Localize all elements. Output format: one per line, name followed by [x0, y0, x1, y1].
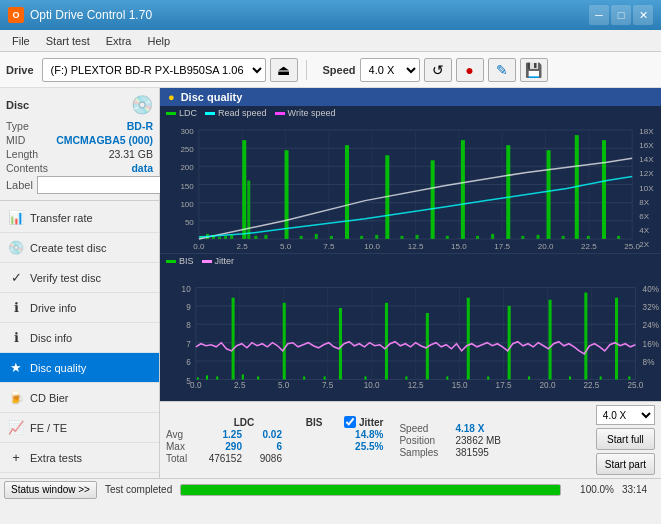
nav-fe-te[interactable]: 📈 FE / TE [0, 413, 159, 443]
svg-rect-136 [508, 306, 511, 380]
jitter-header-row: Jitter [344, 416, 383, 428]
write-speed-legend-label: Write speed [288, 108, 336, 118]
save-button[interactable]: 💾 [520, 58, 548, 82]
read-speed-legend-label: Read speed [218, 108, 267, 118]
nav-disc-quality[interactable]: ★ Disc quality [0, 353, 159, 383]
svg-text:0.0: 0.0 [190, 381, 202, 390]
bis-header: BIS [294, 417, 334, 428]
disc-length-row: Length 23.31 GB [6, 148, 153, 160]
svg-text:20.0: 20.0 [540, 381, 556, 390]
nav-cd-bier[interactable]: 🍺 CD Bier [0, 383, 159, 413]
drive-select[interactable]: (F:) PLEXTOR BD-R PX-LB950SA 1.06 [42, 58, 266, 82]
ldc-legend-color [166, 112, 176, 115]
svg-text:18X: 18X [639, 127, 654, 136]
fe-te-icon: 📈 [8, 420, 24, 436]
nav-transfer-rate[interactable]: 📊 Transfer rate [0, 203, 159, 233]
start-part-button[interactable]: Start part [596, 453, 655, 475]
svg-rect-58 [330, 236, 333, 239]
close-button[interactable]: ✕ [633, 5, 653, 25]
svg-rect-137 [528, 376, 530, 379]
speed-stat-label: Speed [399, 423, 451, 434]
sidebar: Disc 💿 Type BD-R MID CMCMAGBA5 (000) Len… [0, 88, 160, 478]
svg-rect-130 [385, 303, 388, 380]
svg-text:100: 100 [180, 200, 194, 209]
drive-info-icon: ℹ [8, 300, 24, 316]
svg-rect-51 [242, 140, 246, 239]
svg-text:17.5: 17.5 [496, 381, 512, 390]
maximize-button[interactable]: □ [611, 5, 631, 25]
write-speed-legend: Write speed [275, 108, 336, 118]
nav-disc-info[interactable]: ℹ Disc info [0, 323, 159, 353]
svg-text:150: 150 [180, 182, 194, 191]
position-label: Position [399, 435, 451, 446]
status-text: Test completed [105, 484, 172, 495]
nav-verify-test-disc[interactable]: ✓ Verify test disc [0, 263, 159, 293]
svg-rect-66 [446, 236, 449, 239]
svg-text:20.0: 20.0 [538, 242, 554, 251]
nav-create-test-disc[interactable]: 💿 Create test disc [0, 233, 159, 263]
svg-rect-48 [218, 237, 221, 239]
nav-extra-tests[interactable]: + Extra tests [0, 443, 159, 473]
menu-file[interactable]: File [4, 33, 38, 49]
nav-drive-info[interactable]: ℹ Drive info [0, 293, 159, 323]
svg-text:25.0: 25.0 [624, 242, 640, 251]
svg-text:12.5: 12.5 [408, 242, 424, 251]
label-input[interactable] [37, 176, 170, 194]
disc-icon: 💿 [131, 94, 153, 116]
svg-text:7.5: 7.5 [323, 242, 335, 251]
svg-rect-59 [345, 145, 349, 239]
svg-text:17.5: 17.5 [494, 242, 510, 251]
menu-bar: File Start test Extra Help [0, 30, 661, 52]
svg-text:10: 10 [182, 285, 192, 294]
samples-label: Samples [399, 447, 451, 458]
svg-rect-71 [521, 236, 524, 239]
jitter-checkbox[interactable] [344, 416, 356, 428]
minimize-button[interactable]: ─ [589, 5, 609, 25]
disc-header: Disc 💿 [6, 94, 153, 116]
charts-container: LDC Read speed Write speed [160, 106, 661, 401]
position-row: Position 23862 MB [399, 435, 501, 446]
title-bar: O Opti Drive Control 1.70 ─ □ ✕ [0, 0, 661, 30]
total-bis: 9086 [246, 453, 282, 464]
start-full-button[interactable]: Start full [596, 428, 655, 450]
max-row: Max 290 6 [166, 441, 334, 452]
eject-button[interactable]: ⏏ [270, 58, 298, 82]
avg-ldc: 1.25 [198, 429, 242, 440]
jitter-header: Jitter [359, 417, 383, 428]
disc-contents-row: Contents data [6, 162, 153, 174]
menu-extra[interactable]: Extra [98, 33, 140, 49]
svg-rect-60 [360, 236, 363, 239]
nav-transfer-rate-label: Transfer rate [30, 212, 93, 224]
window-controls: ─ □ ✕ [589, 5, 653, 25]
top-chart-section: LDC Read speed Write speed [160, 106, 661, 253]
mid-label: MID [6, 134, 25, 146]
disc-info-panel: Disc 💿 Type BD-R MID CMCMAGBA5 (000) Len… [0, 88, 159, 201]
samples-value: 381595 [455, 447, 488, 458]
svg-text:300: 300 [180, 127, 194, 136]
menu-start-test[interactable]: Start test [38, 33, 98, 49]
refresh-button[interactable]: ↺ [424, 58, 452, 82]
svg-rect-141 [600, 376, 602, 379]
edit-button[interactable]: ✎ [488, 58, 516, 82]
status-window-button[interactable]: Status window >> [4, 481, 97, 499]
max-bis: 6 [246, 441, 282, 452]
jitter-legend: Jitter [202, 256, 235, 266]
speed-select[interactable]: 4.0 X [360, 58, 420, 82]
disc-mid-row: MID CMCMAGBA5 (000) [6, 134, 153, 146]
svg-text:40%: 40% [643, 285, 659, 294]
svg-text:0.0: 0.0 [193, 242, 205, 251]
bottom-chart-svg: 10 9 8 7 6 5 40% 32% 24% 16% 8% [160, 268, 661, 399]
svg-text:7.5: 7.5 [322, 381, 334, 390]
speed-dropdown[interactable]: 4.0 X [596, 405, 655, 425]
bis-legend: BIS [166, 256, 194, 266]
ldc-header: LDC [224, 417, 264, 428]
samples-row: Samples 381595 [399, 447, 501, 458]
type-value: BD-R [127, 120, 153, 132]
burn-button[interactable]: ● [456, 58, 484, 82]
title-bar-left: O Opti Drive Control 1.70 [8, 7, 152, 23]
position-value: 23862 MB [455, 435, 501, 446]
menu-help[interactable]: Help [139, 33, 178, 49]
ldc-legend: LDC [166, 108, 197, 118]
svg-rect-72 [536, 235, 539, 239]
avg-jitter: 14.8% [344, 429, 383, 440]
